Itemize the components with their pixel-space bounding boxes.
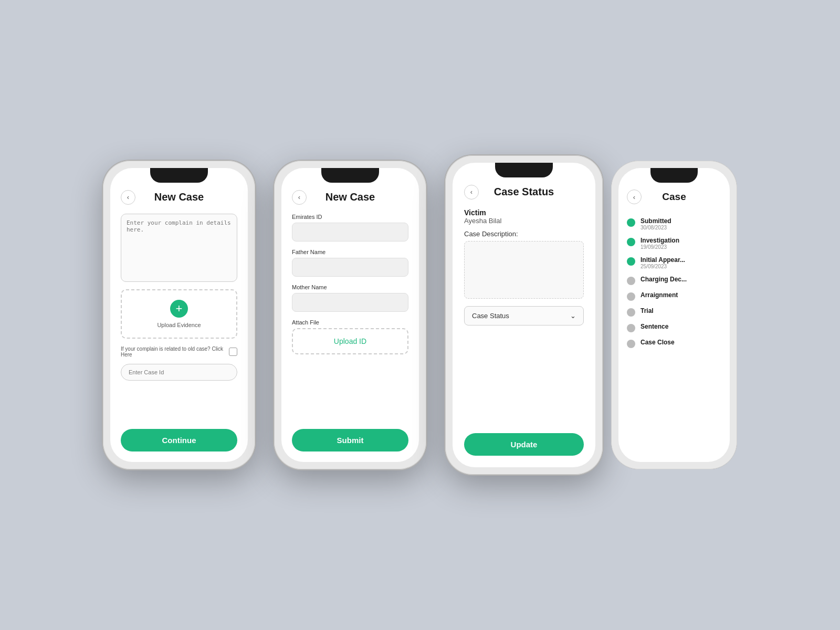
upload-evidence-label: Upload Evidence: [157, 322, 201, 328]
phone-4-notch: [650, 168, 698, 183]
phone-2-inner: ‹ New Case Emirates ID Father Name Mothe…: [281, 168, 419, 462]
phone-2-title: New Case: [326, 191, 375, 203]
timeline-dot-case-close: [627, 340, 635, 348]
mother-name-group: Mother Name: [292, 284, 408, 312]
timeline-item-sentence: Sentence: [627, 323, 721, 332]
upload-evidence-box[interactable]: + Upload Evidence: [121, 289, 237, 339]
timeline: Submitted 30/08/2023 Investigation 19/09…: [627, 217, 721, 348]
phones-container: ‹ New Case + Upload Evidence If your com…: [87, 134, 753, 496]
phone-2-notch: [321, 168, 379, 183]
timeline-name-case-close: Case Close: [640, 339, 675, 346]
phone-3-header: ‹ Case Status: [464, 186, 584, 198]
chevron-down-icon: ⌄: [570, 312, 576, 320]
father-name-input[interactable]: [292, 258, 408, 277]
timeline-name-trial: Trial: [640, 307, 654, 314]
timeline-date-initial-appear: 25/09/2023: [640, 264, 685, 269]
timeline-date-investigation: 19/09/2023: [640, 244, 679, 250]
timeline-item-trial: Trial: [627, 307, 721, 317]
phone-3-inner: ‹ Case Status Victim Ayesha Bilal Case D…: [453, 163, 595, 467]
phone-2-screen: ‹ New Case Emirates ID Father Name Mothe…: [281, 168, 419, 462]
emirates-id-label: Emirates ID: [292, 214, 408, 220]
father-name-group: Father Name: [292, 249, 408, 277]
update-button[interactable]: Update: [464, 433, 584, 456]
timeline-dot-arraignment: [627, 292, 635, 301]
upload-id-box[interactable]: Upload ID: [292, 328, 408, 354]
case-id-input[interactable]: [121, 364, 237, 381]
phone-2: ‹ New Case Emirates ID Father Name Mothe…: [274, 161, 426, 469]
phone-4-title: Case: [662, 191, 686, 203]
timeline-dot-charging: [627, 277, 635, 285]
phone-1-title: New Case: [154, 191, 204, 203]
timeline-item-initial-appear: Initial Appear... 25/09/2023: [627, 256, 721, 269]
phone-1-inner: ‹ New Case + Upload Evidence If your com…: [110, 168, 248, 462]
timeline-item-arraignment: Arraignment: [627, 291, 721, 301]
old-case-checkbox[interactable]: [229, 348, 237, 356]
phone-3-back-button[interactable]: ‹: [464, 185, 479, 200]
upload-id-text: Upload ID: [334, 337, 366, 345]
submit-button[interactable]: Submit: [292, 429, 408, 452]
phone-1-header: ‹ New Case: [121, 191, 237, 203]
phone-4-back-button[interactable]: ‹: [627, 190, 642, 204]
timeline-dot-initial-appear: [627, 257, 635, 266]
timeline-dot-trial: [627, 308, 635, 317]
phone-4-screen: ‹ Case Submitted 30/08/2023: [618, 168, 730, 462]
mother-name-input[interactable]: [292, 293, 408, 312]
phone-1: ‹ New Case + Upload Evidence If your com…: [103, 161, 255, 469]
old-case-row: If your complain is related to old case?…: [121, 346, 237, 358]
attach-file-label: Attach File: [292, 319, 408, 326]
phone-2-back-button[interactable]: ‹: [292, 190, 307, 205]
upload-evidence-plus-icon[interactable]: +: [170, 300, 188, 318]
old-case-text: If your complain is related to old case?…: [121, 346, 225, 358]
victim-label: Victim: [464, 208, 584, 217]
attach-file-section: Attach File Upload ID: [292, 319, 408, 354]
emirates-id-group: Emirates ID: [292, 214, 408, 242]
timeline-name-initial-appear: Initial Appear...: [640, 256, 685, 264]
timeline-dot-sentence: [627, 324, 635, 332]
phone-1-notch: [150, 168, 208, 183]
timeline-name-charging: Charging Dec...: [640, 276, 687, 283]
phone-1-screen: ‹ New Case + Upload Evidence If your com…: [110, 168, 248, 462]
father-name-label: Father Name: [292, 249, 408, 255]
case-description-box[interactable]: [464, 241, 584, 299]
timeline-name-sentence: Sentence: [640, 323, 668, 330]
phone-3-title: Case Status: [494, 186, 554, 198]
timeline-item-submitted: Submitted 30/08/2023: [627, 217, 721, 230]
phone-3-notch: [495, 163, 553, 177]
victim-name: Ayesha Bilal: [464, 217, 584, 225]
timeline-item-case-close: Case Close: [627, 339, 721, 348]
phone-3: ‹ Case Status Victim Ayesha Bilal Case D…: [445, 155, 603, 475]
timeline-dot-investigation: [627, 238, 635, 246]
emirates-id-input[interactable]: [292, 223, 408, 242]
case-description-label: Case Description:: [464, 230, 584, 238]
phone-1-back-button[interactable]: ‹: [121, 190, 135, 205]
timeline-date-submitted: 30/08/2023: [640, 225, 671, 230]
timeline-name-arraignment: Arraignment: [640, 291, 678, 299]
timeline-dot-submitted: [627, 218, 635, 227]
phone-3-screen: ‹ Case Status Victim Ayesha Bilal Case D…: [453, 163, 595, 467]
case-status-dropdown-label: Case Status: [472, 312, 509, 320]
complaint-textarea[interactable]: [121, 214, 237, 282]
phone-4-header: ‹ Case: [627, 191, 721, 203]
victim-section: Victim Ayesha Bilal: [464, 208, 584, 225]
timeline-item-charging: Charging Dec...: [627, 276, 721, 285]
timeline-name-investigation: Investigation: [640, 237, 679, 244]
continue-button[interactable]: Continue: [121, 429, 237, 452]
phone-4: ‹ Case Submitted 30/08/2023: [611, 161, 737, 469]
timeline-item-investigation: Investigation 19/09/2023: [627, 237, 721, 250]
mother-name-label: Mother Name: [292, 284, 408, 290]
case-status-dropdown[interactable]: Case Status ⌄: [464, 306, 584, 326]
phone-2-header: ‹ New Case: [292, 191, 408, 203]
timeline-name-submitted: Submitted: [640, 217, 671, 225]
phone-4-inner: ‹ Case Submitted 30/08/2023: [618, 168, 730, 462]
